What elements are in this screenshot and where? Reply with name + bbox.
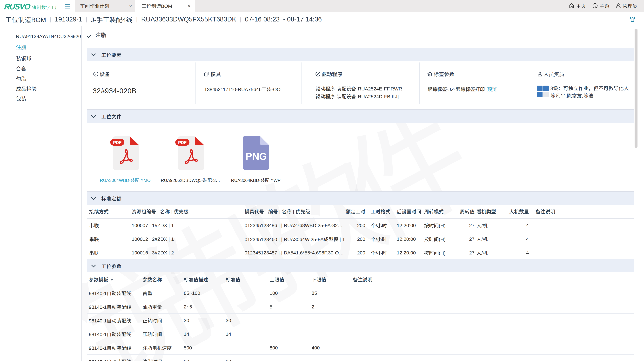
svg-text:PDF: PDF <box>178 140 186 145</box>
svg-text:PDF: PDF <box>113 140 122 145</box>
svg-text:PNG: PNG <box>246 151 267 162</box>
